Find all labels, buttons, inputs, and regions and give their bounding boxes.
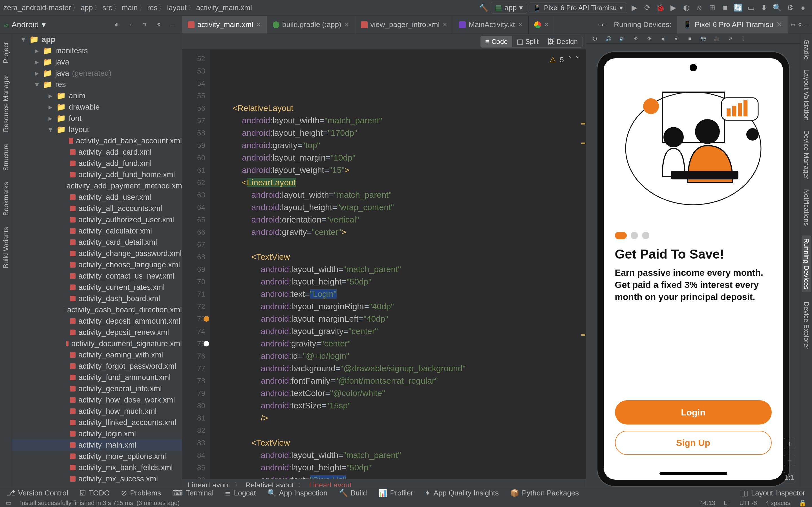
editor-tab[interactable]: build.gradle (:app)✕ [267, 16, 355, 34]
tree-node[interactable]: activity_how_dose_work.xml [12, 394, 182, 406]
back-icon[interactable]: ◀ [658, 34, 667, 43]
editor-tab[interactable]: ✕ [529, 16, 555, 34]
gutter-line-number[interactable]: 86 [182, 474, 205, 479]
app-inspection-icon[interactable]: ⊞ [707, 2, 718, 13]
run-config-selector[interactable]: ▤ app ▾ [491, 2, 527, 13]
pager-dot[interactable] [642, 232, 649, 239]
overview-icon[interactable]: ■ [685, 34, 695, 43]
gutter-line-number[interactable]: 71 [182, 288, 205, 300]
right-rail-item[interactable]: Device Explorer [802, 302, 810, 349]
left-rail-item[interactable]: Resource Manager [2, 75, 10, 132]
gutter-line-number[interactable]: 66 [182, 226, 205, 238]
pager-dots[interactable] [604, 227, 783, 244]
right-rail-item[interactable]: Layout Validation [802, 69, 810, 121]
tab-more-icon[interactable]: ⋮ [604, 22, 608, 27]
close-icon[interactable]: ✕ [256, 21, 261, 29]
bottom-tool-item[interactable]: ◫Layout Inspector [741, 489, 805, 497]
gutter-line-number[interactable]: 60 [182, 152, 205, 164]
tree-node[interactable]: activity_how_much.xml [12, 406, 182, 417]
minimize-icon[interactable]: — [805, 22, 809, 27]
tree-expand-arrow[interactable]: ▾ [47, 125, 54, 134]
code-line[interactable]: android:gravity="top" [214, 139, 586, 152]
tree-node[interactable]: ▸📁java [12, 56, 182, 68]
tree-node[interactable]: activity_current_rates.xml [12, 282, 182, 293]
bottom-tool-item[interactable]: ☑TODO [80, 489, 110, 497]
code-content[interactable]: ⚠ 5 ˄ ˅ <RelativeLayout android:layout_w… [210, 50, 586, 479]
tree-expand-arrow[interactable]: ▸ [47, 103, 54, 112]
left-rail-item[interactable]: Build Variants [2, 227, 10, 268]
tree-node[interactable]: activity_deposit_ammount.xml [12, 316, 182, 327]
tree-root[interactable]: ▾📁app [12, 34, 182, 45]
layout-icon[interactable]: ▭ [791, 22, 795, 27]
gutter-line-number[interactable]: 54 [182, 77, 205, 90]
gutter-line-number[interactable]: 68 [182, 251, 205, 263]
gutter-line-number[interactable]: 56 [182, 102, 205, 114]
code-line[interactable]: <TextView [214, 251, 586, 263]
tree-node[interactable]: activity_add_fund_home.xml [12, 169, 182, 180]
close-icon[interactable]: ✕ [518, 21, 523, 29]
view-mode-code[interactable]: ≡ Code [481, 36, 512, 47]
coverage-icon[interactable]: ▶ [668, 2, 679, 13]
tree-node[interactable]: activity_add_user.xml [12, 191, 182, 203]
breadcrumb-item[interactable]: src [102, 3, 112, 12]
code-line[interactable]: android:layout_marginLeft="40dp" [214, 313, 586, 325]
gutter-line-number[interactable]: 81 [182, 412, 205, 424]
code-line[interactable]: android:textColor="@color/white" [214, 387, 586, 399]
close-icon[interactable]: ✕ [776, 20, 782, 29]
close-icon[interactable]: ✕ [544, 21, 549, 29]
login-button[interactable]: Login [615, 400, 772, 425]
right-rail-item[interactable]: Running Devices [802, 235, 811, 292]
bottom-tool-item[interactable]: 📊Profiler [378, 489, 413, 497]
tree-expand-arrow[interactable]: ▸ [34, 57, 40, 66]
readonly-lock-icon[interactable]: 🔒 [799, 499, 806, 507]
gutter-line-number[interactable]: 85 [182, 461, 205, 474]
code-line[interactable]: android:layout_width="match_parent" [214, 263, 586, 276]
code-line[interactable]: android:layout_width="match_parent" [214, 189, 586, 201]
tree-node[interactable]: ▸📁font [12, 113, 182, 124]
code-line[interactable]: /> [214, 412, 586, 424]
gutter-line-number[interactable]: 72 [182, 300, 205, 313]
more-icon[interactable]: ⋮ [739, 34, 749, 43]
gutter-line-number[interactable]: 78 [182, 375, 205, 387]
code-line[interactable]: android:layout_width="match_parent" [214, 449, 586, 461]
minimize-icon[interactable]: — [168, 20, 178, 30]
tree-node[interactable]: activity_llinked_accounts.xml [12, 417, 182, 428]
tree-node[interactable]: activity_more_options.xml [12, 451, 182, 462]
right-rail-item[interactable]: Gradle [802, 40, 810, 60]
file-encoding[interactable]: UTF-8 [740, 499, 757, 507]
tree-node[interactable]: activity_earning_with.xml [12, 349, 182, 360]
tree-node[interactable]: activity_mx_bank_feilds.xml [12, 462, 182, 473]
code-line[interactable]: android:textSize="15sp" [214, 399, 586, 412]
tree-node[interactable]: activity_choose_language.xml [12, 259, 182, 270]
tree-expand-arrow[interactable]: ▾ [34, 80, 40, 89]
breadcrumb-item[interactable]: activity_main.xml [196, 3, 252, 12]
gutter-line-number[interactable]: 62 [182, 176, 205, 189]
gutter-line-number[interactable]: 75 [182, 337, 205, 350]
bottom-tool-item[interactable]: ✦App Quality Insights [424, 489, 499, 497]
code-line[interactable]: <LinearLayout [214, 176, 586, 189]
gutter-line-number[interactable]: 73 [182, 313, 205, 325]
sync-gradle-icon[interactable]: 🔄 [732, 2, 744, 13]
gutter-line-number[interactable]: 53 [182, 65, 205, 77]
gutter-line-number[interactable]: 59 [182, 139, 205, 152]
tree-node[interactable]: activity_fund_ammount.xml [12, 372, 182, 383]
device-screen[interactable]: Get Paid To Save! Earn passive income ev… [604, 58, 783, 480]
inspection-widget[interactable]: ⚠ 5 ˄ ˅ [550, 54, 579, 66]
code-line[interactable]: android:layout_height="50dp" [214, 276, 586, 288]
code-line[interactable]: <TextView [214, 437, 586, 449]
gutter[interactable]: 5253545556575859606162636465666768697071… [182, 50, 210, 479]
code-line[interactable]: android:orientation="vertical" [214, 214, 586, 226]
view-mode-design[interactable]: 🖼 Design [543, 36, 582, 47]
bottom-tool-item[interactable]: ⊘Problems [121, 489, 161, 497]
tree-node[interactable]: ▸📁anim [12, 90, 182, 101]
tree-node[interactable]: activity_add_card.xml [12, 147, 182, 158]
gear-icon[interactable]: ⚙ [154, 20, 164, 30]
sdk-manager-icon[interactable]: ⬇ [758, 2, 770, 13]
zoom-out-icon[interactable]: － [784, 455, 795, 466]
volume-up-icon[interactable]: 🔊 [604, 34, 613, 43]
zoom-reset[interactable]: 1:1 [784, 472, 795, 483]
tab-back-icon[interactable]: ← [597, 22, 601, 27]
gutter-line-number[interactable]: 64 [182, 201, 205, 214]
code-line[interactable] [214, 238, 586, 251]
breadcrumb-item[interactable]: zera_android-master [3, 3, 71, 12]
